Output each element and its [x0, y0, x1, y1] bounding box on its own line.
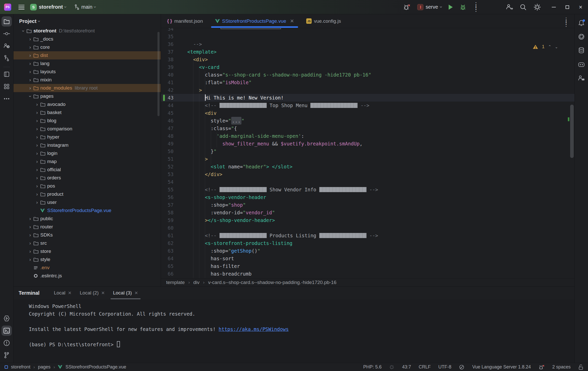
tree-item-orders[interactable]: ›orders: [14, 174, 161, 182]
statusbar-crumb-project[interactable]: storefront: [11, 364, 30, 370]
plugins-toolwindow-button[interactable]: [2, 81, 12, 92]
code-line-56[interactable]: 56 <s-shop-vendor-header: [161, 193, 570, 201]
commit-toolwindow-button[interactable]: [2, 29, 12, 39]
tree-chevron-icon[interactable]: ›: [34, 118, 40, 123]
code-line-63[interactable]: 63 :shop="getShop()": [161, 247, 570, 255]
tree-chevron-icon[interactable]: ›: [27, 224, 33, 230]
tree-item-hyper[interactable]: ›hyper: [14, 133, 161, 141]
tree-item-docs[interactable]: ›_docs: [14, 35, 161, 43]
code-line-46[interactable]: 46 style="...": [161, 117, 570, 125]
indent-widget[interactable]: 2 spaces: [552, 364, 571, 370]
tree-chevron-icon[interactable]: ›: [27, 94, 33, 99]
code-line-58[interactable]: 58 :vendor-id="vendor_id": [161, 209, 570, 216]
code-line-36[interactable]: 36 -->: [161, 40, 570, 48]
php-version-widget[interactable]: PHP: 5.6: [363, 364, 382, 370]
code-line-45[interactable]: 45 <div: [161, 109, 570, 117]
unlocked-padlock-icon[interactable]: [578, 364, 583, 370]
tree-chevron-icon[interactable]: ›: [34, 126, 40, 132]
code-line-35[interactable]: 35: [161, 33, 570, 40]
code-line-48[interactable]: 48 'add-marginal-side-menu-open':: [161, 132, 570, 140]
code-line-59[interactable]: 59 ></s-shop-vendor-header>: [161, 216, 570, 224]
tree-chevron-icon[interactable]: ›: [27, 216, 33, 221]
tree-item-env[interactable]: .env: [14, 264, 161, 272]
tree-chevron-icon[interactable]: ›: [27, 36, 33, 42]
tree-chevron-icon[interactable]: ›: [34, 175, 40, 181]
editor-viewport[interactable]: 343536 -->37<template>38 <div>39 <v-card…: [161, 28, 574, 278]
code-area[interactable]: 343536 -->37<template>38 <div>39 <v-card…: [161, 28, 574, 278]
terminal-tab-local-2[interactable]: Local (2) ✕: [76, 287, 109, 299]
window-minimize-button[interactable]: [552, 7, 556, 7]
caret-position-widget[interactable]: 43:7: [402, 364, 411, 370]
tree-chevron-icon[interactable]: ›: [27, 257, 33, 262]
statusbar-crumb-pages[interactable]: pages: [38, 364, 51, 370]
tree-chevron-icon[interactable]: ›: [27, 77, 33, 83]
tree-item-avocado[interactable]: ›avocado: [14, 100, 161, 108]
tree-item-product[interactable]: ›product: [14, 190, 161, 198]
tree-item-pos[interactable]: ›pos: [14, 182, 161, 190]
tree-item-lang[interactable]: ›lang: [14, 59, 161, 68]
tree-item-src[interactable]: ›src: [14, 239, 161, 247]
tree-item-node-modules[interactable]: ›node_moduleslibrary root: [14, 84, 161, 92]
tree-item-sdks[interactable]: ›SDKs: [14, 231, 161, 239]
code-line-34[interactable]: 34: [161, 28, 570, 33]
breadcrumb-vcard[interactable]: v-card.s--shop-card.s--shadow-no-padding…: [208, 280, 337, 285]
chat-button[interactable]: [576, 73, 586, 83]
close-tab-icon[interactable]: ✕: [101, 290, 105, 296]
editor-options-icon[interactable]: ⋮⋮⋮: [564, 18, 569, 26]
code-line-42[interactable]: 42 >: [161, 86, 570, 94]
tree-item-public[interactable]: ›public: [14, 215, 161, 223]
tab-sstorefrontproductspage-vue[interactable]: SStorefrontProductsPage.vue ✕: [209, 14, 300, 28]
tree-item-official[interactable]: ›official: [14, 166, 161, 174]
breadcrumb-div[interactable]: div: [193, 280, 200, 285]
debug-button[interactable]: [459, 4, 467, 11]
project-widget[interactable]: S storefront ›: [28, 2, 69, 12]
terminal-title[interactable]: Terminal: [19, 290, 40, 296]
tree-item-layouts[interactable]: ›layouts: [14, 68, 161, 76]
tree-chevron-icon[interactable]: ›: [34, 134, 40, 140]
lsp-status-widget[interactable]: Vue Language Server 1.8.24: [472, 364, 531, 370]
tree-item-router[interactable]: ›router: [14, 223, 161, 231]
terminal-link[interactable]: https://aka.ms/PSWindows: [219, 326, 289, 332]
git-update-toolwindow-button[interactable]: [2, 53, 12, 63]
pull-requests-toolwindow-button[interactable]: ?: [2, 41, 12, 51]
tree-item-comparison[interactable]: ›comparison: [14, 125, 161, 133]
tree-item-map[interactable]: ›map: [14, 157, 161, 166]
tree-item-pages[interactable]: ›pages: [14, 92, 161, 100]
tree-item-blog[interactable]: ›blog: [14, 117, 161, 125]
code-line-49[interactable]: 49 show_filter_menu && $vuetify.breakpoi…: [161, 140, 570, 147]
tree-chevron-icon[interactable]: ›: [34, 151, 40, 156]
editor-scrollbar[interactable]: [570, 105, 574, 158]
code-line-53[interactable]: 53 </div>: [161, 170, 570, 178]
tree-chevron-icon[interactable]: ›: [34, 183, 40, 189]
close-tab-icon[interactable]: ✕: [290, 18, 294, 24]
tree-chevron-icon[interactable]: ›: [27, 45, 33, 50]
tree-item-eslintrc-js[interactable]: .eslintrc.js: [14, 272, 161, 280]
tree-chevron-icon[interactable]: ›: [27, 232, 33, 238]
tree-item-login[interactable]: ›login: [14, 149, 161, 157]
code-line-44[interactable]: 44 <!-- Top Shop Menu -->: [161, 102, 570, 109]
window-maximize-button[interactable]: [566, 5, 569, 9]
close-tab-icon[interactable]: ✕: [134, 290, 138, 296]
terminal-tab-local-3[interactable]: Local (3) ✕: [109, 287, 142, 299]
code-with-me-icon[interactable]: [505, 4, 513, 11]
mute-bug-icon[interactable]: [403, 4, 411, 11]
tab-manifest-json[interactable]: { } manifest.json: [161, 14, 209, 28]
tree-item-dist[interactable]: ›dist: [14, 51, 161, 59]
code-line-43[interactable]: 43 Hi This is me! New Version!: [161, 94, 574, 102]
code-line-40[interactable]: 40 class="s--shop-card s--shadow-no-padd…: [161, 71, 570, 79]
code-line-61[interactable]: 61 <!-- Products Listing -->: [161, 232, 570, 239]
tab-vue-config-js[interactable]: JS vue.config.js: [300, 14, 347, 28]
tree-item-sstorefrontproductspage-vue[interactable]: SStorefrontProductsPage.vue: [14, 206, 161, 215]
vcs-branch-widget[interactable]: main ›: [72, 3, 98, 11]
code-line-47[interactable]: 47 :class="{: [161, 125, 570, 132]
next-problem-icon[interactable]: ⌃: [555, 44, 558, 49]
code-line-41[interactable]: 41 :flat="isMobile": [161, 79, 570, 86]
highlighting-level-icon[interactable]: [459, 364, 464, 370]
close-tab-icon[interactable]: ✕: [68, 290, 71, 296]
ai-agent-button[interactable]: [576, 59, 586, 69]
search-everywhere-icon[interactable]: [520, 4, 527, 11]
tree-chevron-icon[interactable]: ›: [34, 102, 40, 107]
tree-chevron-icon[interactable]: ›: [20, 28, 27, 34]
line-separator-widget[interactable]: CRLF: [419, 364, 431, 370]
notifications-button[interactable]: [576, 18, 586, 28]
